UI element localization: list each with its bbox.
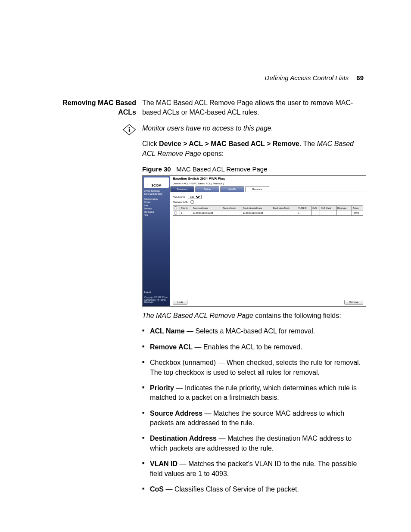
remove-acl-checkbox[interactable] — [190, 200, 194, 204]
breadcrumb: Device > ACL > MAC Based ACL [ Remove ] — [170, 182, 366, 187]
margin-heading: Removing MAC Based ACLs — [56, 98, 142, 124]
help-button[interactable]: Help — [173, 300, 187, 305]
sidebar-item[interactable]: Help — [144, 214, 169, 217]
list-item: Checkbox (unnamed) — When checked, selec… — [150, 358, 368, 377]
field-list: ACL Name — Selects a MAC-based ACL for r… — [142, 327, 368, 494]
logo: 3COM — [144, 177, 169, 188]
list-item: CoS — Classifies Class of Service of the… — [150, 485, 368, 494]
select-all-checkbox[interactable] — [174, 206, 177, 209]
table-header-row: Priority Source Address Source Mask Dest… — [173, 206, 363, 211]
acl-name-select[interactable]: aclj — [188, 195, 202, 199]
list-item: Destination Address — Matches the destin… — [150, 434, 368, 453]
tab-setup[interactable]: Setup — [195, 186, 219, 192]
screenshot-sidebar: 3COM Device Summary Save Configuration A… — [143, 176, 170, 306]
info-icon — [122, 124, 136, 136]
sidebar-group: Administration — [144, 198, 169, 201]
fields-intro: The MAC Based ACL Remove Page contains t… — [142, 311, 368, 320]
tab-bar: Summary Setup Modify Remove — [170, 186, 366, 192]
sidebar-item[interactable]: Device — [144, 201, 169, 204]
acl-name-label: ACL Name — [173, 196, 185, 198]
row-checkbox[interactable] — [174, 212, 177, 215]
remove-acl-label: Remove ACL — [173, 201, 188, 203]
sidebar-item[interactable]: Port — [144, 204, 169, 208]
list-item: VLAN ID — Matches the packet's VLAN ID t… — [150, 459, 368, 479]
acl-rules-table: Priority Source Address Source Mask Dest… — [173, 205, 363, 216]
list-item: Priority — Indicates the rule priority, … — [150, 383, 368, 403]
page: Defining Access Control Lists 69 Removin… — [0, 0, 411, 532]
device-title: Baseline Switch 2924-PWR Plus — [170, 176, 366, 182]
note-text: Monitor users have no access to this pag… — [142, 124, 368, 133]
acl-name-field: ACL Name aclj — [173, 195, 363, 199]
click-path: Click Device > ACL > MAC Based ACL > Rem… — [142, 139, 368, 159]
screenshot-main: Baseline Switch 2924-PWR Plus Device > A… — [170, 176, 366, 306]
col-check — [173, 206, 180, 211]
page-number: 69 — [356, 74, 364, 81]
sidebar-item[interactable]: Device Summary — [144, 190, 169, 193]
intro-paragraph: The MAC Based ACL Remove Page allows the… — [142, 98, 368, 118]
running-header: Defining Access Control Lists 69 — [265, 74, 364, 81]
sidebar-item[interactable]: Security — [144, 207, 169, 211]
tab-summary[interactable]: Summary — [170, 186, 194, 192]
copyright-text: Copyright © 2007 3Com Corporation. All R… — [144, 296, 168, 303]
figure-caption: Figure 30 MAC Based ACL Remove Page — [142, 165, 368, 174]
tab-remove[interactable]: Remove — [245, 186, 269, 192]
list-item: Remove ACL — Enables the ACL to be remov… — [150, 342, 368, 352]
sidebar-item[interactable]: Monitoring — [144, 211, 169, 214]
screenshot-figure: 3COM Device Summary Save Configuration A… — [142, 175, 366, 307]
logout-link[interactable]: Logout — [144, 291, 168, 294]
remove-button[interactable]: Remove — [344, 300, 363, 305]
remove-acl-field: Remove ACL — [173, 200, 363, 204]
sidebar-item[interactable]: Save Configuration — [144, 193, 169, 196]
list-item: ACL Name — Selects a MAC-based ACL for r… — [150, 327, 368, 336]
svg-point-1 — [129, 127, 130, 128]
svg-rect-2 — [129, 128, 130, 132]
tab-modify[interactable]: Modify — [220, 186, 244, 192]
table-row: 1 11:cc:dd:11:ee:22:33 11:cc:dd:11:ee:22… — [173, 211, 363, 216]
section-title: Defining Access Control Lists — [265, 74, 349, 81]
list-item: Source Address — Matches the source MAC … — [150, 409, 368, 428]
